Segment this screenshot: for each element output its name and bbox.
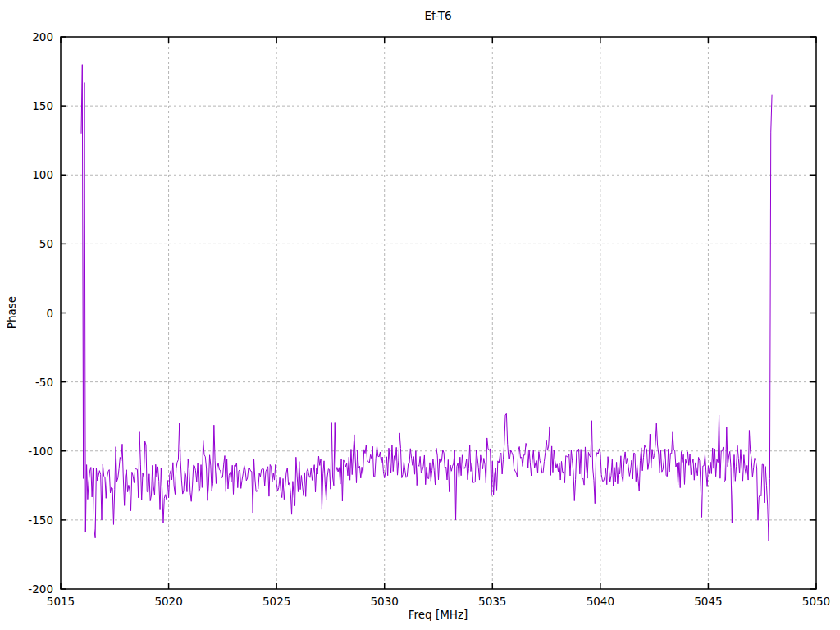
y-tick-label: 100 xyxy=(32,168,53,181)
y-tick-label: -50 xyxy=(35,376,53,389)
y-tick-label: 200 xyxy=(32,30,53,43)
x-tick-label: 5025 xyxy=(262,595,290,608)
x-tick-label: 5050 xyxy=(802,595,830,608)
y-tick-label: -100 xyxy=(28,445,53,458)
y-tick-label: -150 xyxy=(28,514,53,527)
x-tick-label: 5035 xyxy=(478,595,506,608)
x-tick-label: 5045 xyxy=(694,595,722,608)
y-tick-label: -200 xyxy=(28,582,53,596)
x-tick-label: 5040 xyxy=(587,595,614,608)
x-tick-label: 5030 xyxy=(371,595,399,608)
plot-area xyxy=(0,0,840,630)
y-tick-label: 150 xyxy=(32,99,53,112)
phase-trace xyxy=(81,65,772,541)
y-tick-label: 0 xyxy=(46,307,53,320)
x-tick-label: 5015 xyxy=(47,595,75,608)
y-tick-label: 50 xyxy=(39,237,53,250)
x-tick-label: 5020 xyxy=(154,595,182,608)
gnuplot-window: Ef-T6 Phase Freq [MHz] 50155020502550305… xyxy=(0,0,840,630)
